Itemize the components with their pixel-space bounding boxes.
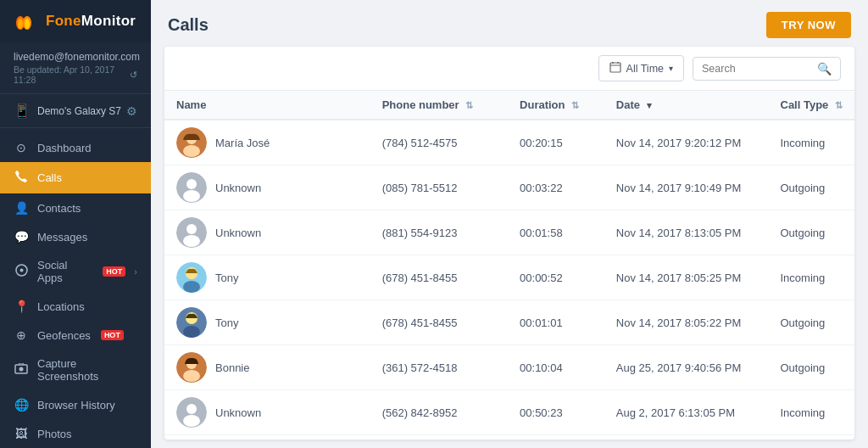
- calls-table-card: All Time ▾ 🔍 Name Phone number ⇅ Duratio…: [164, 47, 854, 440]
- cell-phone: (784) 512-4575: [370, 120, 508, 165]
- cell-date: Aug 2, 2017 6:13:05 PM: [604, 390, 769, 435]
- svg-point-30: [183, 370, 200, 382]
- cell-call-type: Incoming: [769, 435, 855, 440]
- col-header-duration[interactable]: Duration ⇅: [508, 91, 604, 120]
- cell-call-type: Outgoing: [769, 345, 855, 390]
- cell-duration: 00:01:01: [508, 300, 604, 345]
- sidebar-item-label: Dashboard: [37, 142, 92, 154]
- sidebar-item-browser-history[interactable]: 🌐 Browser History: [0, 390, 151, 419]
- cell-phone: (881) 554-9123: [370, 210, 508, 255]
- sidebar-item-social-apps[interactable]: Social Apps HOT ›: [0, 251, 151, 292]
- svg-point-17: [183, 190, 200, 202]
- avatar: [176, 352, 207, 383]
- sidebar-item-geofences[interactable]: ⊕ Geofences HOT: [0, 321, 151, 350]
- cell-duration: 00:50:23: [508, 390, 604, 435]
- sidebar-item-label: Photos: [37, 428, 71, 440]
- col-header-phone[interactable]: Phone number ⇅: [370, 91, 508, 120]
- avatar: [176, 127, 207, 158]
- contact-name: Unknown: [215, 182, 261, 194]
- table-row: Unknown (881) 554-9123 00:01:58 Nov 14, …: [164, 210, 854, 255]
- refresh-icon[interactable]: ↺: [130, 70, 137, 80]
- search-box: 🔍: [693, 57, 841, 81]
- avatar: [176, 172, 207, 203]
- filter-label: All Time: [626, 63, 664, 75]
- device-selector[interactable]: 📱 Demo's Galaxy S7 ⚙: [0, 94, 151, 128]
- cell-date: Aug 25, 2017 9:40:56 PM: [604, 345, 769, 390]
- calls-icon: [14, 170, 29, 186]
- svg-point-33: [183, 415, 200, 427]
- svg-point-7: [19, 367, 24, 371]
- sidebar-item-label: Capture Screenshots: [37, 357, 137, 383]
- cell-name: Bonnie: [164, 345, 370, 390]
- photos-icon: 🖼: [14, 427, 29, 440]
- main-header: Calls TRY NOW: [151, 0, 868, 47]
- cell-date: Nov 14, 2017 9:10:49 PM: [604, 165, 769, 210]
- locations-icon: 📍: [14, 300, 29, 313]
- chevron-down-icon: ▾: [669, 64, 673, 73]
- svg-rect-8: [610, 63, 620, 72]
- sidebar-item-messages[interactable]: 💬 Messages: [0, 222, 151, 251]
- cell-duration: 00:00:51: [508, 435, 604, 440]
- messages-icon: 💬: [14, 230, 29, 244]
- search-icon: 🔍: [817, 62, 832, 76]
- sidebar-item-photos[interactable]: 🖼 Photos: [0, 419, 151, 448]
- sidebar-item-label: Messages: [37, 231, 87, 244]
- cell-call-type: Incoming: [769, 390, 855, 435]
- cell-duration: 00:10:04: [508, 345, 604, 390]
- sidebar-item-contacts[interactable]: 👤 Contacts: [0, 193, 151, 222]
- sidebar-item-calls[interactable]: Calls: [0, 162, 151, 193]
- table-header-row: Name Phone number ⇅ Duration ⇅ Date ▾ Ca…: [164, 91, 854, 120]
- hot-badge: HOT: [101, 330, 124, 340]
- cell-name: Tony: [164, 300, 370, 345]
- cell-phone: (361) 572-4518: [370, 345, 508, 390]
- contacts-icon: 👤: [14, 201, 29, 215]
- contact-name: Tony: [215, 316, 238, 329]
- col-header-name: Name: [164, 91, 370, 120]
- cell-name: Unknown: [164, 435, 370, 440]
- table-row: Unknown (223) 854-5512 00:00:51 Jul 22, …: [164, 435, 854, 440]
- main-content: Calls TRY NOW All Time ▾ 🔍 Name: [151, 0, 868, 448]
- col-header-calltype[interactable]: Call Type ⇅: [769, 91, 855, 120]
- try-now-button[interactable]: TRY NOW: [766, 12, 851, 38]
- screenshot-icon: [14, 363, 29, 378]
- cell-name: María José: [164, 120, 370, 165]
- sidebar-item-label: Calls: [37, 171, 62, 184]
- svg-point-32: [186, 404, 197, 414]
- svg-point-19: [186, 224, 197, 234]
- sidebar: FoneMonitor livedemo@fonemonitor.com Be …: [0, 0, 151, 448]
- cell-date: Nov 14, 2017 8:05:22 PM: [604, 300, 769, 345]
- cell-call-type: Outgoing: [769, 165, 855, 210]
- search-input[interactable]: [702, 63, 812, 75]
- svg-point-23: [183, 281, 200, 293]
- cell-phone: (562) 842-8952: [370, 390, 508, 435]
- contact-name: Bonnie: [215, 361, 249, 374]
- sidebar-item-locations[interactable]: 📍 Locations: [0, 292, 151, 321]
- svg-point-16: [186, 179, 197, 189]
- table-toolbar: All Time ▾ 🔍: [164, 47, 854, 91]
- geofences-icon: ⊕: [14, 328, 29, 342]
- avatar: [176, 397, 207, 428]
- cell-date: Nov 14, 2017 9:20:12 PM: [604, 120, 769, 165]
- table-row: Bonnie (361) 572-4518 00:10:04 Aug 25, 2…: [164, 345, 854, 390]
- contact-name: Unknown: [215, 227, 261, 239]
- contact-name: Unknown: [215, 406, 261, 419]
- device-settings-icon[interactable]: ⚙: [126, 104, 137, 118]
- svg-point-1: [18, 19, 23, 29]
- sidebar-item-label: Social Apps: [37, 259, 92, 284]
- cell-call-type: Outgoing: [769, 300, 855, 345]
- sidebar-user-info: livedemo@fonemonitor.com Be updated: Apr…: [0, 42, 151, 94]
- social-apps-icon: [14, 264, 29, 279]
- sidebar-nav: ⊙ Dashboard Calls 👤 Contacts 💬 Messages …: [0, 128, 151, 448]
- user-email: livedemo@fonemonitor.com: [14, 51, 137, 63]
- cell-duration: 00:01:58: [508, 210, 604, 255]
- device-name: Demo's Galaxy S7: [37, 105, 121, 117]
- table-row: Tony (678) 451-8455 00:01:01 Nov 14, 201…: [164, 300, 854, 345]
- sidebar-item-dashboard[interactable]: ⊙ Dashboard: [0, 133, 151, 162]
- cell-duration: 00:20:15: [508, 120, 604, 165]
- sidebar-item-capture-screenshots[interactable]: Capture Screenshots: [0, 350, 151, 390]
- cell-phone: (678) 451-8455: [370, 255, 508, 300]
- col-header-date[interactable]: Date ▾: [604, 91, 769, 120]
- cell-phone: (678) 451-8455: [370, 300, 508, 345]
- filter-all-time-button[interactable]: All Time ▾: [598, 55, 684, 81]
- contact-name: Tony: [215, 272, 238, 284]
